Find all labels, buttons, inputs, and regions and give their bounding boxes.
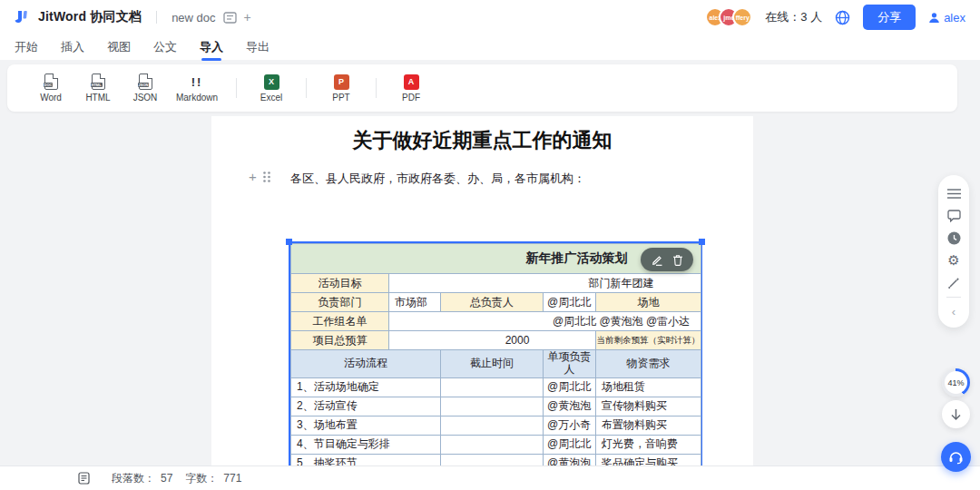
ribbon-label: PDF — [402, 93, 420, 103]
collapse-chevron-icon[interactable]: ‹ — [946, 304, 962, 320]
word-count: 771 — [223, 472, 241, 485]
ribbon-label: PPT — [332, 93, 349, 103]
column-header[interactable]: 活动流程 — [291, 350, 441, 378]
table-cell[interactable]: 4、节目确定与彩排 — [291, 435, 441, 454]
tab-import[interactable]: 导入 — [198, 35, 225, 59]
settings-gear-icon[interactable]: ⚙ — [946, 252, 962, 269]
table-cell[interactable]: 市场部 — [389, 293, 441, 312]
ribbon-label: Word — [40, 93, 62, 103]
magic-wand-icon[interactable] — [946, 275, 962, 291]
table-cell[interactable] — [441, 454, 544, 466]
language-globe-icon[interactable] — [835, 10, 850, 25]
table-cell[interactable]: @周北北 — [544, 293, 596, 312]
table-cell[interactable]: 5、抽奖环节 — [291, 454, 441, 466]
file-badge: JSON — [138, 83, 150, 87]
import-json-button[interactable]: JSON JSON — [122, 74, 169, 103]
new-doc-plus-icon[interactable]: + — [244, 11, 251, 24]
table-cell[interactable] — [441, 435, 544, 454]
doc-list-icon[interactable] — [223, 12, 237, 24]
table-title-cell[interactable]: 新年推广活动策划 — [291, 244, 701, 274]
drag-handle-icon[interactable] — [262, 171, 271, 183]
current-user[interactable]: alex — [928, 11, 965, 24]
avatar[interactable]: ffery — [732, 7, 752, 27]
history-icon[interactable] — [946, 230, 962, 246]
table-cell[interactable] — [441, 377, 544, 397]
table-label-cell[interactable]: 场地 — [596, 293, 701, 312]
scroll-to-bottom-button[interactable] — [942, 400, 970, 428]
table-cell[interactable]: @万小奇 — [544, 416, 596, 435]
table-cell[interactable]: 布置物料购买 — [596, 416, 701, 435]
status-bar: 段落数： 57 字数： 771 — [0, 466, 980, 490]
outline-icon[interactable] — [946, 185, 962, 201]
tab-start[interactable]: 开始 — [13, 35, 40, 59]
document-title[interactable]: 关于做好近期重点工作的通知 — [211, 127, 753, 154]
table-cell[interactable]: 宣传物料购买 — [596, 397, 701, 416]
word-count-icon[interactable] — [78, 472, 90, 485]
doc-name[interactable]: new doc — [172, 11, 215, 24]
tab-view[interactable]: 视图 — [105, 35, 132, 59]
table-label-cell[interactable]: 当前剩余预算（实时计算） — [596, 331, 701, 350]
table-action-pill[interactable] — [641, 248, 693, 271]
table-cell[interactable]: @周北北 — [544, 435, 596, 454]
excel-icon: X — [264, 74, 279, 90]
user-icon — [928, 12, 940, 24]
share-button[interactable]: 分享 — [863, 5, 916, 30]
import-word-button[interactable]: DOC Word — [27, 74, 74, 103]
table-cell[interactable]: 2000 — [389, 331, 596, 350]
table-title: 新年推广活动策划 — [526, 250, 628, 265]
ribbon-separator — [376, 78, 377, 98]
table-cell[interactable]: @周北北 — [544, 377, 596, 397]
tab-insert[interactable]: 插入 — [59, 35, 86, 59]
paragraph-text[interactable]: 各区、县人民政府，市政府各委、办、局，各市属机构： — [290, 171, 585, 187]
document-page[interactable]: 关于做好近期重点工作的通知 + 各区、县人民政府，市政府各委、办、局，各市属机构… — [211, 116, 753, 466]
zoom-level-badge[interactable]: 41% — [942, 368, 970, 397]
edit-pencil-icon[interactable] — [652, 254, 663, 266]
selection-handle[interactable] — [699, 239, 705, 245]
online-avatars[interactable]: alex jmc ffery — [705, 7, 752, 27]
table-cell[interactable]: @周北北 @黄泡泡 @雷小达 — [389, 312, 701, 331]
app-title: JitWord 协同文档 — [38, 9, 142, 25]
import-excel-button[interactable]: X Excel — [248, 74, 295, 103]
import-ppt-button[interactable]: P PPT — [318, 74, 365, 103]
support-headset-button[interactable] — [941, 442, 971, 472]
table-cell[interactable]: 部门新年团建 — [389, 274, 701, 293]
ribbon-label: Excel — [260, 93, 282, 103]
delete-trash-icon[interactable] — [672, 254, 683, 266]
table-label-cell[interactable]: 工作组名单 — [291, 312, 389, 331]
table-cell[interactable]: 2、活动宣传 — [291, 397, 441, 416]
table-cell[interactable]: @黄泡泡 — [544, 454, 596, 466]
import-markdown-button[interactable]: !! Markdown — [169, 74, 225, 103]
table-cell[interactable]: 奖品确定与购买 — [596, 454, 701, 466]
table-cell[interactable]: @黄泡泡 — [544, 397, 596, 416]
selected-table[interactable]: 新年推广活动策划 — [289, 241, 702, 466]
table-cell[interactable] — [441, 397, 544, 416]
word-count-label: 字数： — [185, 471, 218, 486]
headset-icon — [948, 450, 964, 465]
comment-icon[interactable] — [946, 208, 962, 224]
table-cell[interactable]: 场地租赁 — [596, 377, 701, 397]
table-label-cell[interactable]: 活动目标 — [291, 274, 389, 293]
table-label-cell[interactable]: 项目总预算 — [291, 331, 389, 350]
tab-official[interactable]: 公文 — [152, 35, 179, 59]
column-header[interactable]: 截止时间 — [441, 350, 544, 378]
table-cell[interactable] — [441, 416, 544, 435]
table-label-cell[interactable]: 总负责人 — [441, 293, 544, 312]
table-cell[interactable]: 3、场地布置 — [291, 416, 441, 435]
zoom-level: 41% — [947, 378, 964, 387]
menu-bar: 开始 插入 视图 公文 导入 导出 — [0, 34, 980, 60]
column-header[interactable]: 单项负责人 — [544, 350, 596, 378]
table-cell[interactable]: 灯光费，音响费 — [596, 435, 701, 454]
import-html-button[interactable]: HTML HTML — [74, 74, 122, 103]
column-header[interactable]: 物资需求 — [596, 350, 701, 378]
table-cell[interactable]: 1、活动场地确定 — [291, 377, 441, 397]
ribbon-label: Markdown — [176, 93, 218, 103]
import-pdf-button[interactable]: A PDF — [387, 74, 435, 103]
table-label-cell[interactable]: 负责部门 — [291, 293, 389, 312]
paragraph-count-label: 段落数： — [112, 471, 155, 486]
selection-handle[interactable] — [286, 239, 292, 245]
app-logo-icon — [15, 9, 31, 25]
tab-export[interactable]: 导出 — [244, 35, 271, 59]
ribbon-label: JSON — [133, 93, 158, 103]
add-block-icon[interactable]: + — [249, 170, 257, 183]
editor-canvas: DOC Word HTML HTML JSON JSON !! Markdown… — [0, 60, 980, 466]
